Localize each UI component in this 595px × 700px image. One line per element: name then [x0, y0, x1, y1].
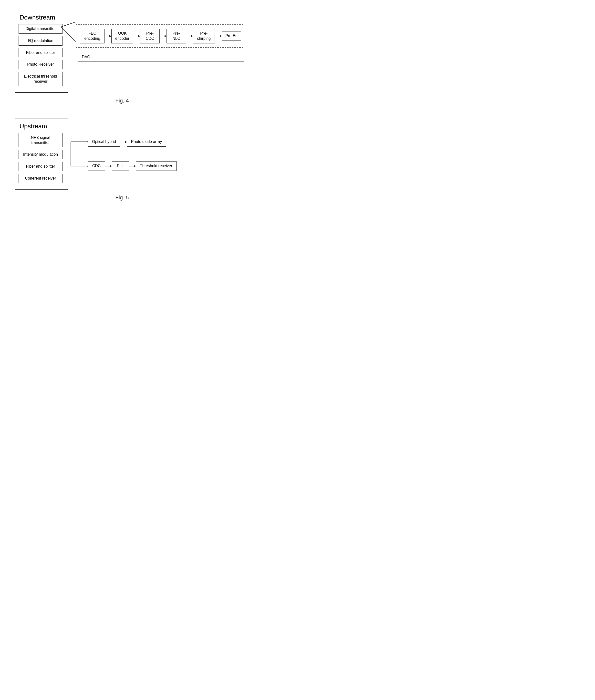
- block-nrz-transmitter: NRZ signal transmitter: [19, 133, 62, 148]
- fig5-label: Fig. 5: [15, 194, 229, 201]
- block-digital-transmitter: Digital transmitter: [19, 24, 62, 34]
- block-fiber-splitter-fig4: Fiber and splitter: [19, 48, 62, 58]
- arrow-precdc-prenlc: [160, 36, 167, 36]
- upstream-stack: NRZ signal transmitter Intensity modulat…: [19, 133, 64, 183]
- block-cdc: CDC: [88, 161, 105, 171]
- block-photo-diode-array: Photo diode array: [127, 137, 166, 147]
- fig4-connector-svg: [61, 20, 76, 49]
- downstream-box: Downstream Digital transmitter I/Q modul…: [15, 10, 68, 93]
- dashed-row-1: FEC encoding OOK encoder Pre-CDC Pre-NLC…: [80, 29, 241, 43]
- block-dac: DAC: [78, 53, 244, 61]
- arrow-ook-precdc: [133, 36, 140, 36]
- downstream-title: Downstream: [19, 14, 64, 21]
- fig4-layout: Downstream Digital transmitter I/Q modul…: [15, 10, 229, 93]
- block-iq-modulation: I/Q modulation: [19, 36, 62, 45]
- block-fec-encoding: FEC encoding: [80, 29, 105, 43]
- block-pre-nlc: Pre-NLC: [167, 29, 186, 43]
- block-pre-eq: Pre-Eq: [222, 31, 241, 41]
- fig5-branch-svg: [68, 129, 88, 178]
- svg-line-0: [61, 22, 76, 27]
- block-optical-hybrid: Optical hybrid: [88, 137, 120, 147]
- arrow-fec-ook: [105, 36, 111, 36]
- block-ook-encoder: OOK encoder: [111, 29, 133, 43]
- arrow-prenlc-prechirp: [186, 36, 193, 36]
- block-fiber-splitter-fig5: Fiber and splitter: [19, 162, 62, 171]
- arrow-prechirp-proeq: [215, 36, 222, 36]
- figure-4: Downstream Digital transmitter I/Q modul…: [15, 10, 229, 104]
- arrow-pll-threshold: [129, 166, 136, 166]
- block-electrical-threshold: Electrical threshold receiver: [19, 72, 62, 86]
- branch-top: Optical hybrid Photo diode array: [88, 137, 176, 147]
- upstream-title: Upstream: [19, 122, 64, 130]
- block-intensity-modulation: Intensity modulation: [19, 150, 62, 159]
- fig4-svg-area: FEC encoding OOK encoder Pre-CDC Pre-NLC…: [76, 22, 244, 61]
- fig5-branches: Optical hybrid Photo diode array CDC PLL…: [88, 137, 176, 171]
- block-pre-cdc: Pre-CDC: [140, 29, 160, 43]
- dashed-region: FEC encoding OOK encoder Pre-CDC Pre-NLC…: [76, 24, 244, 48]
- block-threshold-receiver: Threshold receiver: [136, 161, 176, 171]
- svg-line-1: [61, 27, 76, 41]
- arrow-cdc-pll: [105, 166, 112, 166]
- fig4-right-area: FEC encoding OOK encoder Pre-CDC Pre-NLC…: [76, 22, 244, 61]
- fig4-dac-area: DAC: [78, 53, 244, 61]
- upstream-box: Upstream NRZ signal transmitter Intensit…: [15, 119, 68, 190]
- downstream-stack: Digital transmitter I/Q modulation Fiber…: [19, 24, 64, 89]
- block-pll: PLL: [112, 161, 129, 171]
- fig4-label: Fig. 4: [15, 98, 229, 104]
- branch-bottom: CDC PLL Threshold receiver: [88, 161, 176, 171]
- block-coherent-receiver: Coherent receiver: [19, 174, 62, 183]
- figure-5: Upstream NRZ signal transmitter Intensit…: [15, 119, 229, 201]
- block-pre-chirping: Pre-chirping: [193, 29, 215, 43]
- arrow-hybrid-photodiode: [120, 142, 127, 142]
- block-photo-receiver: Photo Receiver: [19, 60, 62, 69]
- fig5-wrapper: Upstream NRZ signal transmitter Intensit…: [15, 119, 229, 190]
